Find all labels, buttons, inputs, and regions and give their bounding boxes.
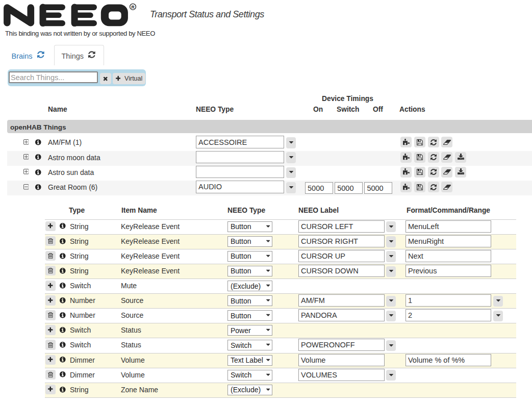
svg-text:R: R (131, 5, 134, 10)
